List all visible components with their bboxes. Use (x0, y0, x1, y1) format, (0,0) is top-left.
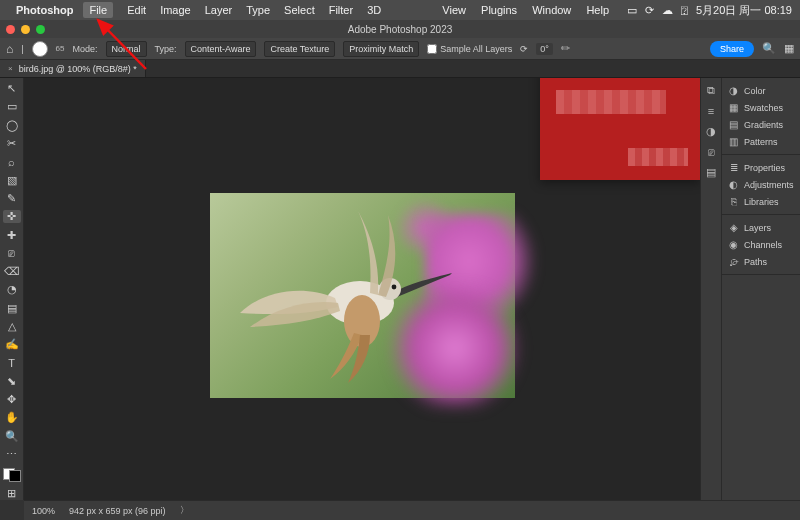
status-chevron-icon[interactable]: 〉 (180, 504, 189, 517)
layers-icon: ◈ (728, 222, 739, 233)
color-icon: ◑ (728, 85, 739, 96)
marquee-tool[interactable]: ▭ (3, 100, 21, 113)
share-button[interactable]: Share (710, 41, 754, 57)
healing-brush-tool[interactable]: ✜ (3, 210, 21, 223)
history-brush-tool[interactable]: ⌫ (3, 265, 21, 278)
panel-swatches[interactable]: ▦Swatches (722, 99, 800, 116)
pressure-icon[interactable]: ✏ (561, 42, 570, 55)
options-divider: | (21, 44, 23, 54)
foreground-background-swatch[interactable] (3, 468, 21, 481)
panels-column: ◑Color ▦Swatches ▤Gradients ▥Patterns ≣P… (722, 78, 800, 500)
document-tab-label: bird6.jpg @ 100% (RGB/8#) * (19, 64, 137, 74)
brush-size[interactable]: 65 (56, 44, 65, 53)
cloud-icon: ☁ (662, 4, 673, 17)
close-tab-icon[interactable]: × (8, 64, 13, 73)
menu-image[interactable]: Image (160, 4, 191, 16)
canvas-area[interactable] (24, 78, 700, 500)
panel-gradients[interactable]: ▤Gradients (722, 116, 800, 133)
menu-window[interactable]: Window (532, 4, 571, 16)
gradient-tool[interactable]: ▤ (3, 302, 21, 315)
panel-label: Color (744, 86, 766, 96)
panel-color[interactable]: ◑Color (722, 82, 800, 99)
panel-properties[interactable]: ≣Properties (722, 159, 800, 176)
menu-help[interactable]: Help (586, 4, 609, 16)
angle-icon[interactable]: ⟳ (520, 44, 528, 54)
notification-popup[interactable] (540, 78, 700, 180)
popup-text-redacted (628, 148, 688, 166)
type-create-texture-button[interactable]: Create Texture (264, 41, 335, 57)
panel-adjustments[interactable]: ◐Adjustments (722, 176, 800, 193)
menu-type[interactable]: Type (246, 4, 270, 16)
panel-dock-strip: ⧉ ≡ ◑ ⎚ ▤ (700, 78, 722, 500)
zoom-window-icon[interactable] (36, 25, 45, 34)
document-tab-bar: × bird6.jpg @ 100% (RGB/8#) * (0, 60, 800, 78)
type-content-aware-button[interactable]: Content-Aware (185, 41, 257, 57)
type-label: Type: (155, 44, 177, 54)
traffic-lights[interactable] (6, 25, 45, 34)
brush-tool[interactable]: ✚ (3, 228, 21, 241)
app-name[interactable]: Photoshop (16, 4, 73, 16)
panel-libraries[interactable]: ⎘Libraries (722, 193, 800, 210)
channels-icon: ◉ (728, 239, 739, 250)
menu-edit[interactable]: Edit (127, 4, 146, 16)
lasso-tool[interactable]: ◯ (3, 119, 21, 132)
panel-channels[interactable]: ◉Channels (722, 236, 800, 253)
dock-icon[interactable]: ▤ (706, 166, 716, 179)
edit-toolbar[interactable]: ⋯ (3, 448, 21, 461)
angle-value[interactable]: 0° (536, 43, 553, 55)
type-proximity-match-button[interactable]: Proximity Match (343, 41, 419, 57)
brush-preview[interactable] (32, 41, 48, 57)
menu-select[interactable]: Select (284, 4, 315, 16)
status-dimensions[interactable]: 942 px x 659 px (96 ppi) (69, 506, 166, 516)
object-select-tool[interactable]: ✂ (3, 137, 21, 150)
dock-icon[interactable]: ≡ (708, 105, 714, 117)
panel-patterns[interactable]: ▥Patterns (722, 133, 800, 150)
menu-file[interactable]: File (83, 2, 113, 18)
panel-label: Properties (744, 163, 785, 173)
move-tool[interactable]: ↖ (3, 82, 21, 95)
sample-all-layers-checkbox[interactable]: Sample All Layers (427, 44, 512, 54)
sample-all-layers-input[interactable] (427, 44, 437, 54)
status-zoom[interactable]: 100% (32, 506, 55, 516)
menu-3d[interactable]: 3D (367, 4, 381, 16)
eraser-tool[interactable]: ◔ (3, 283, 21, 296)
panel-paths[interactable]: ⌮Paths (722, 253, 800, 270)
clone-stamp-tool[interactable]: ⎚ (3, 247, 21, 260)
type-tool[interactable]: T (3, 356, 21, 369)
workspace-icon[interactable]: ▦ (784, 42, 794, 55)
background-color[interactable] (9, 470, 21, 482)
home-icon[interactable]: ⌂ (6, 42, 13, 56)
dodge-tool[interactable]: ✍ (3, 338, 21, 351)
swatches-icon: ▦ (728, 102, 739, 113)
search-icon[interactable]: 🔍 (762, 42, 776, 55)
pen-tool[interactable]: ⬊ (3, 375, 21, 388)
dock-icon[interactable]: ◑ (706, 125, 716, 138)
crop-tool[interactable]: ⌕ (3, 155, 21, 168)
menu-layer[interactable]: Layer (205, 4, 233, 16)
svg-point-3 (392, 285, 397, 290)
panel-label: Patterns (744, 137, 778, 147)
path-select-tool[interactable]: ✥ (3, 393, 21, 406)
dock-icon[interactable]: ⧉ (707, 84, 715, 97)
eyedropper-tool[interactable]: ✎ (3, 192, 21, 205)
document-tab[interactable]: × bird6.jpg @ 100% (RGB/8#) * (0, 60, 146, 77)
minimize-window-icon[interactable] (21, 25, 30, 34)
panel-layers[interactable]: ◈Layers (722, 219, 800, 236)
screen-mode-tool[interactable]: ⊞ (3, 487, 21, 500)
menu-view[interactable]: View (442, 4, 466, 16)
menu-filter[interactable]: Filter (329, 4, 353, 16)
zoom-tool[interactable]: 🔍 (3, 430, 21, 443)
mode-select[interactable]: Normal (106, 41, 147, 57)
frame-tool[interactable]: ▧ (3, 173, 21, 186)
dock-icon[interactable]: ⎚ (708, 146, 715, 158)
document-canvas[interactable] (210, 193, 515, 398)
panel-label: Libraries (744, 197, 779, 207)
blur-tool[interactable]: △ (3, 320, 21, 333)
menu-plugins[interactable]: Plugins (481, 4, 517, 16)
user-icon: ⍰ (681, 4, 688, 16)
close-window-icon[interactable] (6, 25, 15, 34)
hand-tool[interactable]: ✋ (3, 411, 21, 424)
panel-label: Layers (744, 223, 771, 233)
libraries-icon: ⎘ (728, 196, 739, 207)
panel-label: Paths (744, 257, 767, 267)
